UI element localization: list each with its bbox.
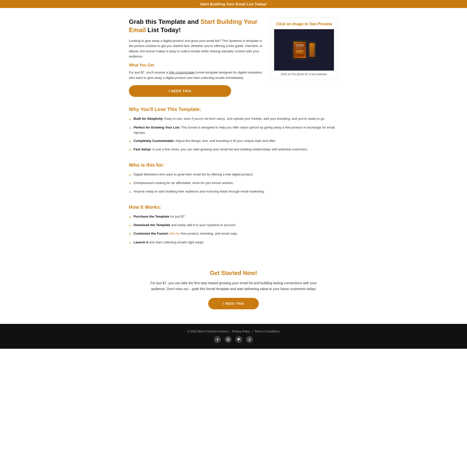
chevron-icon: ›› [129,240,131,245]
list-item: ›› Digital Marketers who want to grow th… [129,172,338,177]
list-item: ›› Download the Template and easily add … [129,223,338,228]
svg-point-8 [228,339,229,340]
list-item-text: Entrepreneurs looking for an affordable,… [133,180,234,186]
footer-separator: | [252,330,253,333]
main-content: Grab this Template and Start Building Yo… [124,8,343,265]
list-item-text: Download the Template and easily add it … [133,223,235,228]
footer-social [5,336,462,343]
hero-preview-box[interactable]: Click on Image to See Preview [270,18,338,80]
who-is-this-for-title: Who is this for: [129,162,338,168]
chevron-icon: ›› [129,181,131,186]
get-started-cta-button[interactable]: I NEED THIS [208,298,259,309]
pinterest-icon[interactable] [235,336,242,343]
list-item: ›› Purchase the Template for just $7 [129,214,338,220]
chevron-icon: ›› [129,116,131,122]
hero-title-part1: Grab this Template and [129,18,200,25]
list-item: ›› Completely Customizable: Adjust the d… [129,138,338,144]
tiktok-icon[interactable] [246,336,253,343]
banner-text: Start Building Your Email List Today! [200,2,267,6]
get-started-title: Get Started Now! [0,270,467,277]
list-item-text: Fast Setup: In just a few clicks, you ca… [133,147,308,152]
svg-rect-3 [296,48,302,49]
who-is-this-for-section: Who is this for: ›› Digital Marketers wh… [129,162,338,195]
get-started-text: For just $7, you can take the first step… [148,280,319,292]
chevron-icon: ›› [129,223,131,228]
chevron-icon: ›› [129,172,131,177]
list-item: ›› Anyone ready to start building their … [129,189,338,194]
preview-title: Click on Image to See Preview [274,22,334,26]
facebook-icon[interactable] [214,336,221,343]
why-love-section: Why You'll Love This Template: ›› Built … [129,106,338,152]
list-item-text: Completely Customizable: Adjust the desi… [133,138,276,144]
svg-point-9 [229,339,229,339]
svg-rect-1 [296,44,304,46]
hero-title-part2: List Today! [146,26,181,34]
list-item-text: Purchase the Template for just $7 [133,214,185,219]
hero-left: Grab this Template and Start Building Yo… [129,18,263,97]
list-item-text: Perfect for Growing Your List: This funn… [133,125,338,135]
list-item: ›› Entrepreneurs looking for an affordab… [129,180,338,186]
terms-conditions-link[interactable]: Terms & Conditions [254,330,280,333]
chevron-icon: ›› [129,214,131,220]
preview-image[interactable] [274,29,334,71]
svg-rect-6 [297,51,301,52]
list-item-text: Anyone ready to start building their aud… [133,189,265,194]
chevron-icon: ›› [129,231,131,237]
chevron-icon: ›› [129,125,131,131]
list-item: ›› Fast Setup: In just a few clicks, you… [129,147,338,152]
list-item: ›› Customize the Funnel with the free pr… [129,231,338,237]
tablet-mock [292,40,307,60]
chevron-icon: ›› [129,147,131,152]
list-item-text: Built for Simplicity: Easy to use, even … [133,116,325,121]
list-item-text: Digital Marketers who want to grow their… [133,172,253,177]
list-item: ›› Launch it and start collecting emails… [129,240,338,245]
svg-rect-5 [297,50,303,51]
list-item: ›› Built for Simplicity: Easy to use, ev… [129,116,338,122]
list-item-text: Customize the Funnel with the free produ… [133,231,237,236]
list-item: ›› Perfect for Growing Your List: This f… [129,125,338,135]
hero-section: Grab this Template and Start Building Yo… [129,18,338,97]
footer: © 2023 Mom's Passive Income | Privacy Po… [0,324,467,349]
get-started-section: Get Started Now! For just $7, you can ta… [0,265,467,314]
device-mockup [274,29,334,71]
footer-copyright: © 2023 Mom's Passive Income | [187,330,230,333]
how-it-works-section: How It Works: ›› Purchase the Template f… [129,204,338,246]
svg-rect-2 [296,47,304,48]
list-item-text: Launch it and start collecting emails ri… [133,240,204,245]
top-banner: Start Building Your Email List Today! [0,0,467,8]
who-list: ›› Digital Marketers who want to grow th… [129,172,338,195]
hero-title: Grab this Template and Start Building Yo… [129,18,263,34]
what-you-get-title: What You Get [129,63,263,67]
chevron-icon: ›› [129,189,131,194]
how-list: ›› Purchase the Template for just $7 ›› … [129,214,338,246]
hero-cta-button[interactable]: I NEED THIS [129,85,231,97]
phone-mock [308,41,316,58]
preview-caption: Click on the photo for a live preview. [274,73,334,76]
tablet-screen [294,42,306,58]
footer-links: © 2023 Mom's Passive Income | Privacy Po… [5,330,462,333]
privacy-policy-link[interactable]: Privacy Policy [232,330,250,333]
how-it-works-title: How It Works: [129,204,338,210]
chevron-icon: ›› [129,138,131,144]
why-love-list: ›› Built for Simplicity: Easy to use, ev… [129,116,338,152]
what-you-get-text: For just $7, you'll receive a fully cust… [129,70,263,80]
phone-screen [309,43,315,57]
instagram-icon[interactable] [225,336,232,343]
why-love-title: Why You'll Love This Template: [129,106,338,112]
hero-description: Looking to give away a digital product a… [129,38,263,59]
